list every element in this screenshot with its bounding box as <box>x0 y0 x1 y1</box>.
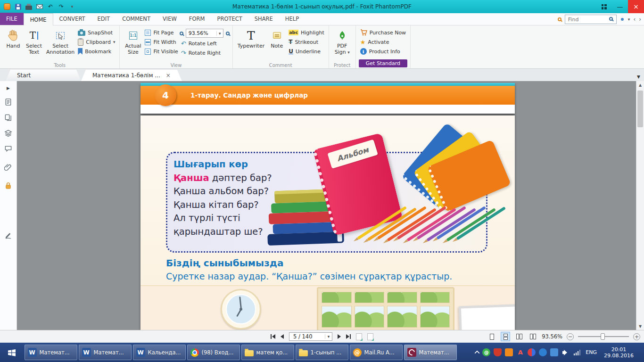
panel-expand-icon[interactable]: ▶ <box>4 86 13 90</box>
note-button[interactable]: Note <box>266 26 287 49</box>
fit-visible-button[interactable]: Fit Visible <box>143 48 179 55</box>
activate-button[interactable]: ★ Activate <box>359 38 407 46</box>
app-icon[interactable] <box>3 3 11 10</box>
tab-help[interactable]: HELP <box>279 13 305 25</box>
zoom-out-icon[interactable] <box>180 32 183 35</box>
tab-edit[interactable]: EDIT <box>91 13 116 25</box>
email-icon[interactable] <box>36 3 43 10</box>
zoom-slider-knob[interactable] <box>601 333 605 340</box>
taskbar-button-foxit-active[interactable]: Математ... <box>404 345 457 360</box>
snapshot-button[interactable]: SnapShot <box>76 29 116 36</box>
tab-protect[interactable]: PROTECT <box>211 13 248 25</box>
taskbar-button-word-3[interactable]: W Кальенда... <box>133 345 186 360</box>
signature-panel-icon[interactable] <box>4 230 13 239</box>
orange-tray-icon[interactable] <box>505 348 513 356</box>
minimize-button[interactable]: — <box>612 0 628 13</box>
taskbar-button-folder-2[interactable]: 1-сынып ... <box>296 345 348 360</box>
undo-icon[interactable]: ↶ <box>47 3 54 10</box>
customize-toolbar-caret-icon[interactable]: ▾ <box>68 3 76 10</box>
attachments-panel-icon[interactable] <box>4 163 13 171</box>
find-magnifier-icon[interactable] <box>609 17 613 21</box>
tab-comment[interactable]: COMMENT <box>116 13 157 25</box>
tab-form[interactable]: FORM <box>183 13 211 25</box>
zoom-combobox[interactable]: 93.56% ▾ <box>186 29 223 38</box>
vertical-scrollbar[interactable]: ▲ ▼ <box>636 81 644 330</box>
taskbar-button-folder-1[interactable]: матем қо... <box>241 345 294 360</box>
zoom-in-icon[interactable] <box>226 32 230 35</box>
taskbar-button-word-2[interactable]: W Математ... <box>79 345 132 360</box>
print-icon[interactable] <box>25 3 33 10</box>
close-button[interactable]: × <box>628 0 644 13</box>
taskbar-button-mailru[interactable]: @ Mail.Ru A... <box>350 345 403 360</box>
tab-list-caret-icon[interactable]: ▼ <box>637 74 644 81</box>
select-annotation-button[interactable]: SelectAnnotation <box>44 26 76 55</box>
tab-convert[interactable]: CONVERT <box>53 13 91 25</box>
gear-caret-icon[interactable]: ▾ <box>628 17 630 22</box>
doc-tab-start[interactable]: Start <box>6 70 81 81</box>
security-panel-icon[interactable] <box>4 181 13 189</box>
ribbon-mode-button[interactable] <box>596 0 612 13</box>
redo-icon[interactable]: ↷ <box>58 3 65 10</box>
strikeout-button[interactable]: T Strikeout <box>287 38 326 46</box>
scrollbar-thumb[interactable] <box>637 90 643 127</box>
rotate-left-button[interactable]: ↶ Rotate Left <box>180 40 230 47</box>
network-icon[interactable] <box>573 348 581 356</box>
clipboard-button[interactable]: Clipboard ▾ <box>76 38 116 46</box>
shield-tray-icon[interactable] <box>494 348 502 356</box>
bookmark-button[interactable]: Bookmark <box>76 48 116 55</box>
tab-home[interactable]: HOME <box>24 13 53 25</box>
highlight-button[interactable]: abc Highlight <box>287 29 326 36</box>
chevron-right-icon[interactable]: › <box>639 16 641 23</box>
tab-view[interactable]: VIEW <box>157 13 183 25</box>
previous-page-button[interactable] <box>281 334 284 339</box>
start-button[interactable] <box>0 343 24 362</box>
antivirus-tray-icon[interactable] <box>528 348 536 356</box>
layers-panel-icon[interactable] <box>4 129 13 137</box>
gear-icon[interactable] <box>621 18 624 21</box>
save-icon[interactable] <box>14 3 22 10</box>
chevron-left-icon[interactable]: ‹ <box>633 16 636 23</box>
taskbar-button-chrome[interactable]: (98) Вход... <box>187 345 240 360</box>
purchase-now-button[interactable]: Purchase Now <box>359 29 407 36</box>
blue-tray-icon[interactable] <box>539 348 547 356</box>
single-page-view-button[interactable] <box>487 332 496 341</box>
select-text-button[interactable]: T SelectText <box>24 26 44 55</box>
first-page-button[interactable] <box>271 334 275 339</box>
zoom-out-button[interactable]: − <box>567 333 574 340</box>
last-page-button[interactable] <box>346 334 351 339</box>
actual-size-button[interactable]: 1:1 ActualSize <box>123 26 143 55</box>
next-page-button[interactable] <box>338 334 341 339</box>
get-standard-button[interactable]: Get Standard <box>359 59 407 67</box>
continuous-view-button[interactable] <box>501 332 510 341</box>
page-number-combobox[interactable]: 5 / 140 ▾ <box>289 332 332 341</box>
fit-page-button[interactable]: Fit Page <box>143 29 179 36</box>
zoom-slider[interactable] <box>578 333 629 340</box>
swirl-tray-icon[interactable] <box>550 348 558 356</box>
close-tab-icon[interactable]: × <box>166 70 171 81</box>
pdf-sign-button[interactable]: PDFSign ▾ <box>332 26 353 55</box>
continuous-facing-view-button[interactable] <box>528 332 537 341</box>
scroll-down-icon[interactable]: ▼ <box>636 322 644 330</box>
rotate-right-button[interactable]: ↷ Rotate Right <box>180 49 230 57</box>
red-a-tray-icon[interactable]: А <box>516 348 524 356</box>
taskbar-clock[interactable]: 20:01 29.08.2016 <box>602 346 636 359</box>
comments-panel-icon[interactable] <box>4 144 13 153</box>
scroll-up-icon[interactable]: ▲ <box>636 81 644 89</box>
product-info-button[interactable]: i Product Info <box>359 48 407 55</box>
tab-file[interactable]: FILE <box>0 13 24 25</box>
previous-view-button[interactable] <box>356 333 362 340</box>
show-hidden-icons-chevron[interactable] <box>475 350 480 355</box>
taskbar-button-word-1[interactable]: W Математ... <box>25 345 77 360</box>
fit-width-button[interactable]: Fit Width <box>143 38 179 46</box>
facing-view-button[interactable] <box>514 332 524 341</box>
typewriter-button[interactable]: T Typewriter <box>236 26 266 49</box>
tab-share[interactable]: SHARE <box>248 13 279 25</box>
doc-tab-active[interactable]: Математика 1-бөлім ... × <box>81 70 182 81</box>
language-indicator[interactable]: ENG <box>584 349 598 355</box>
zoom-in-button[interactable]: + <box>633 333 640 340</box>
hand-tool-button[interactable]: Hand <box>3 26 24 49</box>
volume-icon[interactable] <box>561 348 570 356</box>
underline-button[interactable]: U Underline <box>287 48 326 55</box>
next-view-button[interactable] <box>367 333 373 340</box>
mailru-agent-tray-icon[interactable]: @ <box>482 348 490 356</box>
